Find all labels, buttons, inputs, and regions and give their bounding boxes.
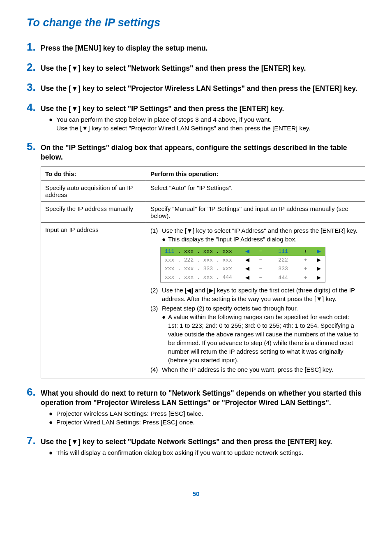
minus-icon: − xyxy=(259,257,263,263)
left-arrow-icon: ◀ xyxy=(245,248,249,254)
left-arrow-icon: ◀ xyxy=(245,257,249,263)
step-text: Use the [▼] key to select "IP Settings" … xyxy=(41,102,284,114)
step-2: 2. Use the [▼] key to select "Network Se… xyxy=(27,61,365,74)
ip-dialog: 111 . xxx . xxx . xxx ◀ − 111 + ▶ xyxy=(160,247,325,283)
ip-rest: . xxx . xxx xyxy=(194,257,232,263)
ip-value: 333 xyxy=(278,266,288,272)
table-row: Specify the IP address manually Specify … xyxy=(41,202,365,223)
ip-value: 444 xyxy=(278,275,288,281)
step-5: 5. On the "IP Settings" dialog box that … xyxy=(27,140,365,378)
ip-pre: xxx . xxx . xxx . xyxy=(165,274,222,280)
step-text: Use the [▼] key to select "Update Networ… xyxy=(41,436,332,447)
list-marker: (3) xyxy=(150,304,162,364)
ip-rest: . xxx xyxy=(213,266,232,272)
inner-bullet-text: This displays the "Input IP Address" dia… xyxy=(168,235,297,243)
plus-icon: + xyxy=(304,257,307,263)
inner-bullet: ● A value within the following ranges ca… xyxy=(162,313,361,364)
ip-value: 111 xyxy=(278,248,288,255)
minus-icon: − xyxy=(259,248,263,255)
ip-pre: xxx . xxx . xyxy=(165,266,203,272)
sub-bullet-text: Projector Wireless LAN Settings: Press [… xyxy=(56,410,203,418)
minus-icon: − xyxy=(259,275,263,281)
ip-octet: 444 xyxy=(222,274,232,280)
sub-bullet: ● You can perform the step below in plac… xyxy=(49,116,365,124)
ip-value: 222 xyxy=(278,257,288,263)
list-text: Repeat step (2) to specify octets two th… xyxy=(162,304,361,313)
step-4: 4. Use the [▼] key to select "IP Setting… xyxy=(27,101,365,133)
table-header: To do this: xyxy=(41,167,146,181)
left-arrow-icon: ◀ xyxy=(245,265,249,271)
table-header: Perform this operation: xyxy=(146,167,365,181)
right-arrow-icon: ▶ xyxy=(317,257,321,263)
list-marker: (4) xyxy=(150,365,162,374)
sub-line: Use the [▼] key to select "Projector Wir… xyxy=(56,124,365,133)
step-text: On the "IP Settings" dialog box that app… xyxy=(41,141,365,162)
sub-bullet: ● Projector Wired LAN Settings: Press [E… xyxy=(49,418,365,427)
numbered-item: (4) When the IP address is the one you w… xyxy=(150,365,361,374)
page-title: To change the IP settings xyxy=(27,16,365,29)
step-text: Press the [MENU] key to display the setu… xyxy=(41,42,208,53)
step-text: Use the [▼] key to select "Network Setti… xyxy=(41,62,306,74)
table-cell: Specify auto acquisition of an IP addres… xyxy=(41,181,146,202)
step-number: 5. xyxy=(27,140,41,153)
step-text: What you should do next to return to "Ne… xyxy=(41,387,365,408)
step-number: 6. xyxy=(27,386,41,398)
step-3: 3. Use the [▼] key to select "Projector … xyxy=(27,81,365,94)
plus-icon: + xyxy=(304,248,307,255)
numbered-item: (2) Use the [◀] and [▶] keys to specify … xyxy=(150,286,361,303)
sub-bullet-text: Projector Wired LAN Settings: Press [ESC… xyxy=(56,418,195,427)
sub-bullet: ● Projector Wireless LAN Settings: Press… xyxy=(49,410,365,418)
step-number: 1. xyxy=(27,41,41,53)
list-text: When the IP address is the one you want,… xyxy=(162,365,333,374)
inner-bullet-text: A value within the following ranges can … xyxy=(168,313,361,364)
ip-pre: xxx . xyxy=(165,257,184,263)
minus-icon: − xyxy=(259,266,263,272)
step-number: 3. xyxy=(27,81,41,94)
sub-bullet: ● This will display a confirmation dialo… xyxy=(49,449,365,457)
list-text: Use the [◀] and [▶] keys to specify the … xyxy=(162,286,361,303)
numbered-item: (1) Use the [▼] key to select "IP Addres… xyxy=(150,226,361,243)
ip-octet: 111 xyxy=(165,248,174,255)
plus-icon: + xyxy=(304,266,307,272)
step-6: 6. What you should do next to return to … xyxy=(27,386,365,427)
table-cell: (1) Use the [▼] key to select "IP Addres… xyxy=(146,223,365,378)
left-arrow-icon: ◀ xyxy=(245,274,249,280)
step-1: 1. Press the [MENU] key to display the s… xyxy=(27,41,365,53)
list-marker: (2) xyxy=(150,286,162,303)
table-row: Input an IP address (1) Use the [▼] key … xyxy=(41,223,365,378)
page-number: 50 xyxy=(27,490,365,497)
table-row: Specify auto acquisition of an IP addres… xyxy=(41,181,365,202)
table-cell: Specify "Manual" for "IP Settings" and i… xyxy=(146,202,365,223)
table-cell: Specify the IP address manually xyxy=(41,202,146,223)
numbered-item: (3) Repeat step (2) to specify octets tw… xyxy=(150,304,361,364)
list-marker: (1) xyxy=(150,226,162,243)
ip-row-1: 111 . xxx . xxx . xxx ◀ − 111 + ▶ xyxy=(161,247,325,256)
ip-octet: 222 xyxy=(184,257,194,263)
ip-row-4: xxx . xxx . xxx . 444 ◀ − 444 + ▶ xyxy=(161,273,325,282)
step-number: 7. xyxy=(27,434,41,447)
step-text: Use the [▼] key to select "Projector Wir… xyxy=(41,82,357,94)
list-text: Use the [▼] key to select "IP Address" a… xyxy=(162,226,357,235)
ip-octet: 333 xyxy=(203,266,213,272)
settings-table: To do this: Perform this operation: Spec… xyxy=(41,167,365,378)
step-7: 7. Use the [▼] key to select "Update Net… xyxy=(27,434,365,457)
ip-rest: . xxx . xxx . xxx xyxy=(174,248,232,255)
ip-row-3: xxx . xxx . 333 . xxx ◀ − 333 + ▶ xyxy=(161,264,325,273)
right-arrow-icon: ▶ xyxy=(317,274,321,280)
right-arrow-icon: ▶ xyxy=(317,248,321,254)
step-number: 2. xyxy=(27,61,41,74)
table-cell: Select "Auto" for "IP Settings". xyxy=(146,181,365,202)
sub-bullet-text: You can perform the step below in place … xyxy=(56,116,271,124)
sub-bullet-text: This will display a confirmation dialog … xyxy=(56,449,303,457)
inner-bullet: ● This displays the "Input IP Address" d… xyxy=(162,235,357,243)
table-cell: Input an IP address xyxy=(41,223,146,378)
right-arrow-icon: ▶ xyxy=(317,265,321,271)
plus-icon: + xyxy=(304,275,307,281)
step-number: 4. xyxy=(27,101,41,114)
ip-row-2: xxx . 222 . xxx . xxx ◀ − 222 + ▶ xyxy=(161,256,325,264)
